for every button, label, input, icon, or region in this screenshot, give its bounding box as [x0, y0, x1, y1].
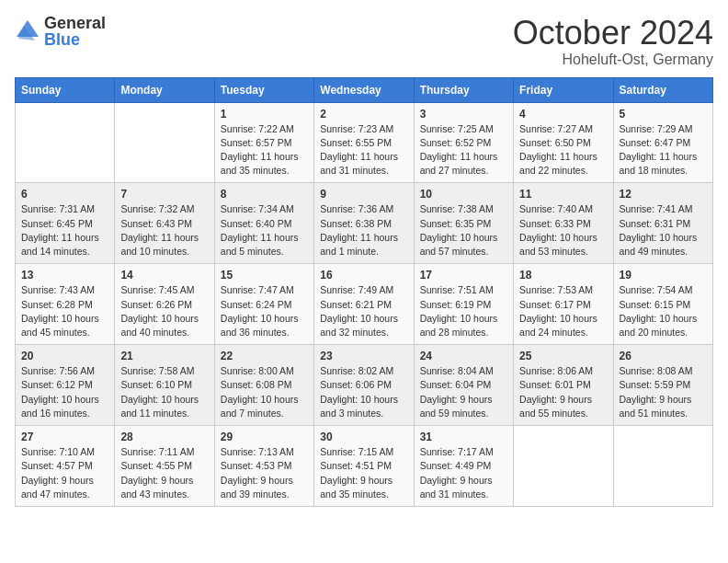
day-cell: 11Sunrise: 7:40 AMSunset: 6:33 PMDayligh…	[514, 183, 613, 264]
header-row: SundayMondayTuesdayWednesdayThursdayFrid…	[16, 77, 713, 102]
day-number: 10	[420, 188, 507, 201]
day-cell	[115, 102, 214, 183]
day-info: Sunrise: 7:41 AMSunset: 6:31 PMDaylight:…	[620, 202, 707, 259]
week-row-4: 27Sunrise: 7:10 AMSunset: 4:57 PMDayligh…	[16, 426, 713, 507]
day-number: 12	[620, 188, 707, 201]
week-row-0: 1Sunrise: 7:22 AMSunset: 6:57 PMDaylight…	[16, 102, 713, 183]
day-cell: 21Sunrise: 7:58 AMSunset: 6:10 PMDayligh…	[115, 345, 214, 426]
day-number: 31	[420, 431, 507, 443]
calendar-body: 1Sunrise: 7:22 AMSunset: 6:57 PMDaylight…	[16, 102, 713, 506]
day-info: Sunrise: 8:02 AMSunset: 6:06 PMDaylight:…	[320, 364, 407, 420]
day-cell: 20Sunrise: 7:56 AMSunset: 6:12 PMDayligh…	[16, 345, 115, 426]
day-number: 6	[21, 188, 108, 201]
day-cell: 25Sunrise: 8:06 AMSunset: 6:01 PMDayligh…	[514, 345, 613, 426]
day-number: 21	[120, 350, 208, 362]
day-info: Sunrise: 7:38 AMSunset: 6:35 PMDaylight:…	[420, 202, 507, 259]
day-number: 25	[519, 350, 607, 362]
day-number: 3	[420, 108, 507, 121]
month-title: October 2024	[513, 15, 713, 52]
title-block: October 2024 Hoheluft-Ost, Germany	[513, 15, 713, 68]
location-title: Hoheluft-Ost, Germany	[513, 52, 713, 68]
day-cell: 26Sunrise: 8:08 AMSunset: 5:59 PMDayligh…	[613, 345, 712, 426]
day-number: 19	[620, 269, 707, 282]
header-day-sunday: Sunday	[16, 77, 115, 102]
day-cell: 19Sunrise: 7:54 AMSunset: 6:15 PMDayligh…	[613, 264, 712, 345]
day-info: Sunrise: 7:29 AMSunset: 6:47 PMDaylight:…	[620, 122, 707, 178]
header-day-monday: Monday	[115, 77, 214, 102]
day-cell: 15Sunrise: 7:47 AMSunset: 6:24 PMDayligh…	[214, 264, 313, 345]
day-number: 20	[21, 350, 108, 362]
day-info: Sunrise: 7:15 AMSunset: 4:51 PMDaylight:…	[320, 445, 407, 501]
day-number: 28	[120, 431, 208, 443]
day-info: Sunrise: 7:17 AMSunset: 4:49 PMDaylight:…	[420, 445, 507, 501]
day-info: Sunrise: 8:00 AMSunset: 6:08 PMDaylight:…	[221, 364, 308, 420]
logo-text: General Blue	[44, 15, 106, 48]
day-number: 18	[519, 269, 607, 282]
day-cell: 8Sunrise: 7:34 AMSunset: 6:40 PMDaylight…	[214, 183, 313, 264]
logo-blue-text: Blue	[44, 31, 106, 48]
day-cell: 6Sunrise: 7:31 AMSunset: 6:45 PMDaylight…	[16, 183, 115, 264]
day-cell: 3Sunrise: 7:25 AMSunset: 6:52 PMDaylight…	[414, 102, 513, 183]
day-info: Sunrise: 7:40 AMSunset: 6:33 PMDaylight:…	[519, 202, 607, 259]
calendar-header: SundayMondayTuesdayWednesdayThursdayFrid…	[16, 77, 713, 102]
day-cell: 23Sunrise: 8:02 AMSunset: 6:06 PMDayligh…	[314, 345, 414, 426]
day-number: 13	[21, 269, 108, 282]
week-row-1: 6Sunrise: 7:31 AMSunset: 6:45 PMDaylight…	[16, 183, 713, 264]
header-day-thursday: Thursday	[414, 77, 513, 102]
day-number: 2	[320, 108, 407, 121]
day-number: 26	[620, 350, 707, 362]
week-row-3: 20Sunrise: 7:56 AMSunset: 6:12 PMDayligh…	[16, 345, 713, 426]
day-info: Sunrise: 7:22 AMSunset: 6:57 PMDaylight:…	[221, 122, 308, 178]
day-cell: 9Sunrise: 7:36 AMSunset: 6:38 PMDaylight…	[314, 183, 414, 264]
day-cell: 10Sunrise: 7:38 AMSunset: 6:35 PMDayligh…	[414, 183, 513, 264]
day-number: 30	[320, 431, 407, 443]
day-cell: 24Sunrise: 8:04 AMSunset: 6:04 PMDayligh…	[414, 345, 513, 426]
day-cell: 28Sunrise: 7:11 AMSunset: 4:55 PMDayligh…	[115, 426, 214, 507]
day-cell: 29Sunrise: 7:13 AMSunset: 4:53 PMDayligh…	[214, 426, 313, 507]
calendar-table: SundayMondayTuesdayWednesdayThursdayFrid…	[15, 77, 713, 507]
day-info: Sunrise: 7:31 AMSunset: 6:45 PMDaylight:…	[21, 202, 108, 259]
day-cell: 14Sunrise: 7:45 AMSunset: 6:26 PMDayligh…	[115, 264, 214, 345]
day-cell: 4Sunrise: 7:27 AMSunset: 6:50 PMDaylight…	[514, 102, 613, 183]
day-number: 8	[221, 188, 308, 201]
day-info: Sunrise: 7:36 AMSunset: 6:38 PMDaylight:…	[320, 202, 407, 259]
day-cell	[16, 102, 115, 183]
day-cell: 31Sunrise: 7:17 AMSunset: 4:49 PMDayligh…	[414, 426, 513, 507]
day-number: 4	[519, 108, 607, 121]
day-cell: 7Sunrise: 7:32 AMSunset: 6:43 PMDaylight…	[115, 183, 214, 264]
day-number: 11	[519, 188, 607, 201]
header-day-wednesday: Wednesday	[314, 77, 414, 102]
logo: General Blue	[15, 15, 106, 48]
day-cell: 27Sunrise: 7:10 AMSunset: 4:57 PMDayligh…	[16, 426, 115, 507]
day-number: 7	[120, 188, 208, 201]
day-info: Sunrise: 7:58 AMSunset: 6:10 PMDaylight:…	[120, 364, 208, 420]
day-cell	[514, 426, 613, 507]
day-number: 23	[320, 350, 407, 362]
day-info: Sunrise: 8:04 AMSunset: 6:04 PMDaylight:…	[420, 364, 507, 420]
day-number: 15	[221, 269, 308, 282]
day-info: Sunrise: 8:08 AMSunset: 5:59 PMDaylight:…	[620, 364, 707, 420]
header-day-tuesday: Tuesday	[214, 77, 313, 102]
day-cell: 17Sunrise: 7:51 AMSunset: 6:19 PMDayligh…	[414, 264, 513, 345]
day-cell: 2Sunrise: 7:23 AMSunset: 6:55 PMDaylight…	[314, 102, 414, 183]
day-info: Sunrise: 7:27 AMSunset: 6:50 PMDaylight:…	[519, 122, 607, 178]
day-number: 5	[620, 108, 707, 121]
day-number: 24	[420, 350, 507, 362]
day-number: 1	[221, 108, 308, 121]
day-cell: 30Sunrise: 7:15 AMSunset: 4:51 PMDayligh…	[314, 426, 414, 507]
day-cell: 16Sunrise: 7:49 AMSunset: 6:21 PMDayligh…	[314, 264, 414, 345]
day-cell: 12Sunrise: 7:41 AMSunset: 6:31 PMDayligh…	[613, 183, 712, 264]
day-cell: 18Sunrise: 7:53 AMSunset: 6:17 PMDayligh…	[514, 264, 613, 345]
page: General Blue October 2024 Hoheluft-Ost, …	[0, 0, 728, 563]
day-info: Sunrise: 7:43 AMSunset: 6:28 PMDaylight:…	[21, 283, 108, 339]
day-number: 22	[221, 350, 308, 362]
day-info: Sunrise: 7:47 AMSunset: 6:24 PMDaylight:…	[221, 283, 308, 339]
day-info: Sunrise: 7:11 AMSunset: 4:55 PMDaylight:…	[120, 445, 208, 501]
day-info: Sunrise: 7:45 AMSunset: 6:26 PMDaylight:…	[120, 283, 208, 339]
day-info: Sunrise: 7:32 AMSunset: 6:43 PMDaylight:…	[120, 202, 208, 259]
day-info: Sunrise: 7:54 AMSunset: 6:15 PMDaylight:…	[620, 283, 707, 339]
day-number: 14	[120, 269, 208, 282]
day-info: Sunrise: 7:34 AMSunset: 6:40 PMDaylight:…	[221, 202, 308, 259]
day-info: Sunrise: 8:06 AMSunset: 6:01 PMDaylight:…	[519, 364, 607, 420]
day-cell	[613, 426, 712, 507]
